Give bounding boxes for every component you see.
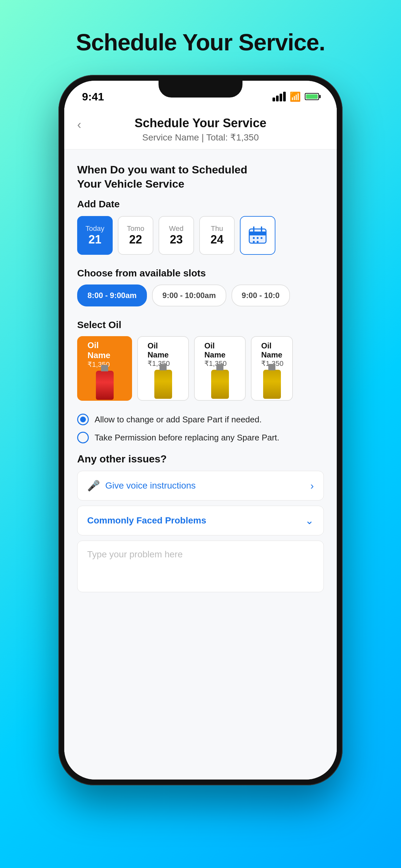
oil-card-1[interactable]: OilName ₹1,350 — [77, 336, 132, 401]
date-num-thu: 24 — [211, 233, 223, 246]
oil-name-4: OilName — [258, 341, 286, 360]
scroll-area: When Do you want to ScheduledYour Vehicl… — [64, 150, 337, 779]
wifi-icon: 📶 — [289, 91, 301, 102]
notch — [158, 81, 243, 97]
date-num-today: 21 — [89, 233, 101, 246]
oil-bottle-2 — [154, 370, 172, 399]
app-header: ‹ Schedule Your Service Service Name | T… — [64, 106, 337, 150]
permission-text-1: Allow to change or add Spare Part if nee… — [95, 414, 261, 425]
oil-bottle-1 — [96, 371, 114, 400]
date-num-wed: 23 — [170, 233, 183, 246]
screen-content: ‹ Schedule Your Service Service Name | T… — [64, 106, 337, 779]
date-card-wed[interactable]: Wed 23 — [158, 216, 194, 255]
date-section: Add Date Today 21 Tomo 22 Wed 23 — [77, 198, 324, 255]
date-day-tomo: Tomo — [127, 224, 144, 233]
radio-1 — [77, 414, 89, 425]
status-icons: 📶 — [273, 91, 319, 102]
svg-point-6 — [260, 237, 263, 239]
oil-name-2: OilName — [144, 341, 182, 360]
date-day-thu: Thu — [211, 224, 223, 233]
calendar-button[interactable] — [240, 216, 275, 255]
permission-text-2: Take Permission before replacing any Spa… — [95, 433, 279, 443]
phone-frame: 9:41 📶 ‹ Schedule Your Service S — [58, 75, 343, 785]
page-background-title: Schedule Your Service. — [76, 29, 325, 56]
voice-text: Give voice instructions — [105, 480, 196, 491]
slot-2[interactable]: 9:00 - 10:00am — [152, 284, 226, 306]
slot-1[interactable]: 8:00 - 9:00am — [77, 284, 147, 306]
oil-card-4[interactable]: OilName ₹1,350 — [251, 336, 293, 401]
voice-instructions-button[interactable]: 🎤 Give voice instructions › — [77, 471, 324, 500]
problem-placeholder-text: Type your problem here — [87, 549, 183, 559]
oil-bottle-3 — [211, 370, 229, 399]
header-subtitle: Service Name | Total: ₹1,350 — [77, 132, 324, 143]
svg-point-5 — [257, 237, 258, 239]
svg-point-7 — [253, 241, 255, 243]
permission-item-1[interactable]: Allow to change or add Spare Part if nee… — [77, 414, 324, 425]
oil-name-3: OilName — [201, 341, 239, 360]
issues-label: Any other issues? — [77, 453, 324, 465]
dropdown-label: Commonly Faced Problems — [87, 516, 206, 526]
date-row: Today 21 Tomo 22 Wed 23 Thu — [77, 216, 324, 255]
date-day-today: Today — [86, 224, 104, 233]
commonly-faced-dropdown[interactable]: Commonly Faced Problems ⌄ — [77, 506, 324, 535]
slots-section: Choose from available slots 8:00 - 9:00a… — [77, 268, 324, 306]
issues-section: Any other issues? 🎤 Give voice instructi… — [77, 453, 324, 592]
oil-section: Select Oil OilName ₹1,350 — [77, 319, 324, 401]
date-card-tomo[interactable]: Tomo 22 — [118, 216, 153, 255]
svg-rect-1 — [249, 231, 266, 236]
oil-name-1: OilName — [84, 340, 125, 361]
date-day-wed: Wed — [169, 224, 184, 233]
permission-item-2[interactable]: Take Permission before replacing any Spa… — [77, 432, 324, 443]
oil-bottle-4 — [263, 370, 281, 399]
mic-icon: 🎤 — [87, 479, 100, 492]
date-label: Add Date — [77, 198, 324, 210]
battery-icon — [305, 93, 319, 100]
oil-card-3[interactable]: OilName ₹1,350 — [194, 336, 246, 401]
oil-label: Select Oil — [77, 319, 324, 330]
signal-icon — [273, 92, 286, 101]
svg-point-8 — [257, 241, 258, 243]
status-time: 9:41 — [82, 90, 104, 103]
radio-2 — [77, 432, 89, 443]
chevron-right-icon: › — [310, 480, 314, 492]
svg-point-4 — [253, 237, 255, 239]
phone-screen: 9:41 📶 ‹ Schedule Your Service S — [64, 81, 337, 779]
date-card-today[interactable]: Today 21 — [77, 216, 113, 255]
slot-3[interactable]: 9:00 - 10:0 — [232, 284, 290, 306]
problem-input-box[interactable]: Type your problem here — [77, 540, 324, 592]
header-title: Schedule Your Service — [77, 116, 324, 130]
date-num-tomo: 22 — [129, 233, 142, 246]
slots-row: 8:00 - 9:00am 9:00 - 10:00am 9:00 - 10:0 — [77, 284, 324, 306]
oil-card-2[interactable]: OilName ₹1,350 — [137, 336, 189, 401]
radio-1-inner — [80, 416, 86, 423]
when-section-title: When Do you want to ScheduledYour Vehicl… — [77, 162, 324, 191]
calendar-icon — [248, 226, 267, 245]
chevron-down-icon: ⌄ — [305, 515, 314, 527]
back-button[interactable]: ‹ — [77, 118, 81, 132]
voice-left: 🎤 Give voice instructions — [87, 479, 196, 492]
date-card-thu[interactable]: Thu 24 — [199, 216, 235, 255]
slots-label: Choose from available slots — [77, 268, 324, 279]
oil-row: OilName ₹1,350 OilName ₹1,350 — [77, 336, 324, 401]
permission-section: Allow to change or add Spare Part if nee… — [77, 414, 324, 443]
